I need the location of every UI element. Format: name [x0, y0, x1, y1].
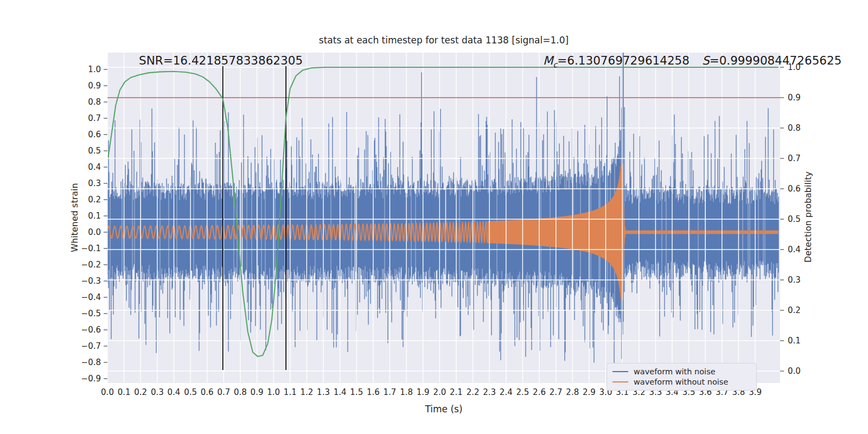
legend-line-sample-blue	[612, 371, 628, 372]
x-tick-label: 0.4	[168, 387, 181, 397]
left-y-tick-label: −0.5	[81, 309, 101, 318]
x-tick-label: 1.9	[417, 387, 430, 397]
left-y-axis-label: Whitened strain	[69, 183, 80, 252]
x-tick-label: 2.0	[433, 387, 446, 397]
x-tick-label: 2.7	[550, 387, 563, 397]
x-tick-label: 2.3	[483, 387, 496, 397]
right-y-tick-label: 0.6	[788, 184, 801, 194]
left-y-tick-label: 0.9	[88, 81, 101, 91]
right-y-tick-label: 0.4	[788, 245, 801, 254]
left-y-tick-label: 0.3	[88, 178, 101, 188]
right-y-tick-label: 0.9	[788, 93, 801, 103]
x-tick-label: 2.1	[450, 387, 463, 397]
left-y-tick-label: 0.4	[88, 162, 101, 172]
x-tick-label: 2.2	[467, 387, 480, 397]
right-y-tick-label: 0.5	[788, 214, 801, 224]
x-tick-label: 1.3	[317, 387, 330, 397]
x-tick-label: 0.7	[217, 387, 230, 397]
left-y-tick-label: −0.9	[81, 374, 101, 384]
left-y-tick-label: −0.8	[81, 358, 101, 367]
x-tick-label: 0.9	[251, 387, 264, 397]
significance-symbol: S	[702, 54, 710, 67]
chart-figure: stats at each timestep for test data 113…	[0, 0, 868, 434]
x-tick-label: 1.6	[367, 387, 380, 397]
right-y-tick-label: 0.1	[788, 336, 801, 346]
chart-title: stats at each timestep for test data 113…	[319, 35, 569, 46]
significance-annotation: S=0.999908447265625	[702, 54, 841, 67]
left-y-tick-label: −0.1	[81, 244, 101, 253]
left-y-tick-label: 0.6	[88, 130, 101, 139]
left-y-tick-label: 0.2	[88, 195, 101, 205]
left-y-tick-label: −0.7	[81, 341, 101, 351]
x-tick-label: 1.7	[384, 387, 397, 397]
x-tick-label: 2.6	[533, 387, 546, 397]
right-y-tick-label: 1.0	[788, 62, 801, 72]
x-tick-label: 0.3	[151, 387, 164, 397]
left-y-tick-label: 0.1	[88, 211, 101, 221]
snr-annotation: SNR=16.421857833862305	[139, 54, 303, 67]
right-y-tick-label: 0.2	[788, 305, 801, 315]
legend: waveform with noise waveform without noi…	[607, 363, 757, 391]
x-tick-label: 1.2	[300, 387, 313, 397]
legend-item-with-noise: waveform with noise	[612, 366, 751, 376]
chirp-mass-annotation: Mc=6.130769729614258	[543, 54, 690, 69]
x-tick-label: 1.0	[267, 387, 280, 397]
x-tick-label: 0.0	[101, 387, 114, 397]
x-tick-label: 0.8	[234, 387, 247, 397]
right-y-axis-label: Detection probability	[803, 171, 813, 263]
legend-line-sample-orange	[612, 381, 628, 382]
x-tick-label: 1.5	[350, 387, 363, 397]
legend-label: waveform with noise	[634, 367, 716, 376]
x-tick-label: 1.8	[400, 387, 413, 397]
left-y-tick-label: −0.3	[81, 276, 101, 286]
x-tick-label: 1.4	[334, 387, 347, 397]
left-y-tick-label: 0.5	[88, 146, 101, 156]
left-y-tick-label: 0.8	[88, 97, 101, 107]
left-y-tick-label: −0.2	[81, 260, 101, 270]
x-tick-label: 2.5	[516, 387, 529, 397]
left-y-tick-label: −0.6	[81, 325, 101, 335]
x-tick-label: 1.1	[284, 387, 297, 397]
x-tick-label: 2.9	[583, 387, 596, 397]
x-tick-label: 0.6	[201, 387, 214, 397]
x-axis-label: Time (s)	[425, 404, 462, 414]
right-y-tick-label: 0.7	[788, 154, 801, 163]
chirp-mass-value: =6.130769729614258	[557, 54, 690, 67]
left-y-tick-label: 1.0	[88, 65, 101, 74]
left-y-tick-label: −0.4	[81, 292, 101, 302]
legend-label: waveform without noise	[634, 378, 728, 386]
right-y-tick-label: 0.3	[788, 275, 801, 285]
x-tick-label: 2.8	[566, 387, 579, 397]
x-tick-label: 2.4	[500, 387, 513, 397]
left-y-tick-label: 0.7	[88, 113, 101, 123]
legend-item-without-noise: waveform without noise	[612, 376, 751, 387]
x-tick-label: 0.2	[134, 387, 147, 397]
right-y-tick-label: 0.0	[788, 366, 801, 376]
significance-value: =0.999908447265625	[710, 54, 842, 67]
left-y-tick-label: 0.0	[88, 227, 101, 237]
right-y-tick-label: 0.8	[788, 123, 801, 133]
x-tick-label: 0.1	[118, 387, 131, 397]
chirp-mass-symbol: M	[543, 54, 553, 67]
x-tick-label: 0.5	[184, 387, 197, 397]
